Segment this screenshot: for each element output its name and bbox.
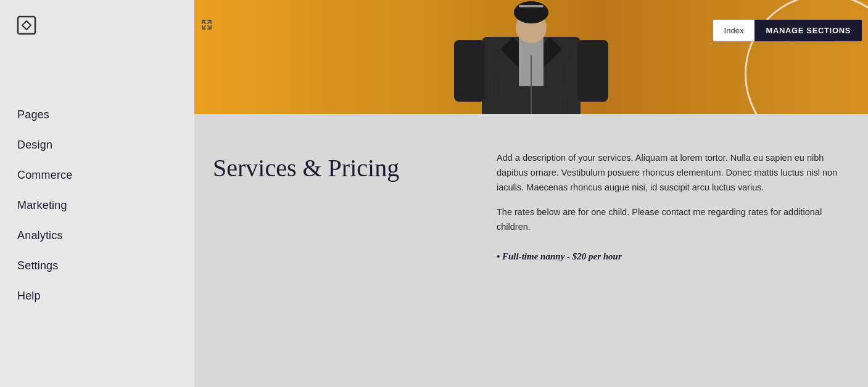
sidebar: Pages Design Commerce Marketing Analytic…	[0, 0, 194, 387]
drag-handle	[519, 5, 544, 7]
header-image	[194, 0, 868, 114]
svg-rect-8	[454, 40, 485, 102]
svg-rect-0	[18, 17, 35, 34]
expand-icon[interactable]	[200, 18, 215, 33]
toolbar: Index MANAGE SECTIONS	[713, 20, 862, 41]
sidebar-item-settings[interactable]: Settings	[0, 251, 194, 281]
bullet-section: Full-time nanny - $20 per hour	[497, 251, 849, 262]
circle-decoration	[745, 0, 868, 114]
sidebar-item-analytics[interactable]: Analytics	[0, 221, 194, 251]
manage-sections-button[interactable]: MANAGE SECTIONS	[754, 20, 862, 41]
main-content: Index MANAGE SECTIONS Services & Pricing…	[194, 0, 868, 387]
sidebar-item-marketing[interactable]: Marketing	[0, 190, 194, 221]
jacket-figure	[402, 0, 661, 114]
services-description: Add a description of your services. Aliq…	[497, 151, 849, 369]
sidebar-item-help[interactable]: Help	[0, 281, 194, 311]
sidebar-item-commerce[interactable]: Commerce	[0, 160, 194, 190]
nav-items: Pages Design Commerce Marketing Analytic…	[0, 51, 194, 311]
squarespace-logo	[15, 14, 38, 37]
content-section: Services & Pricing Add a description of …	[194, 114, 868, 387]
services-pricing-title: Services & Pricing	[213, 151, 472, 369]
description-paragraph-2: The rates below are for one child. Pleas…	[497, 205, 849, 235]
sidebar-item-pages[interactable]: Pages	[0, 100, 194, 130]
index-button[interactable]: Index	[713, 20, 755, 41]
description-paragraph-1: Add a description of your services. Aliq…	[497, 151, 849, 195]
bullet-item-1: Full-time nanny - $20 per hour	[497, 251, 622, 261]
sidebar-item-design[interactable]: Design	[0, 130, 194, 160]
content-inner: Services & Pricing Add a description of …	[194, 114, 868, 387]
svg-rect-9	[577, 40, 608, 102]
logo-area	[0, 0, 194, 51]
